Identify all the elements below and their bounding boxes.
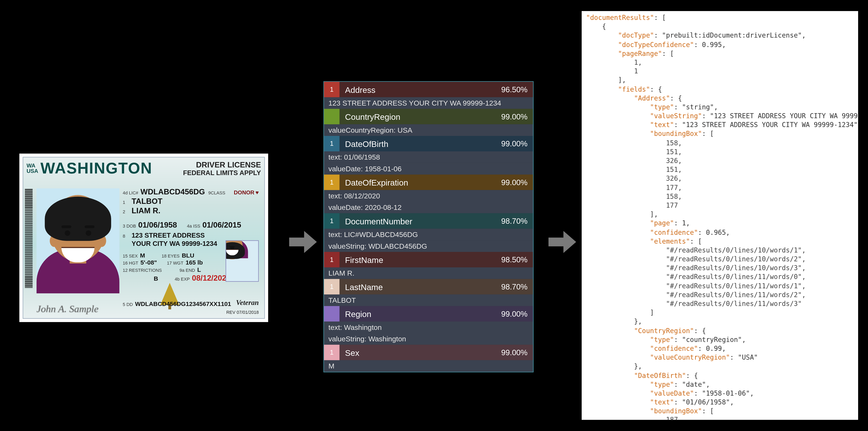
result-title: LastName xyxy=(339,282,501,292)
result-chip: 1 xyxy=(324,213,339,229)
endorsements: L xyxy=(197,266,201,273)
height: 5'-08" xyxy=(141,259,157,266)
avatar-icon xyxy=(36,188,119,293)
result-detail: LIAM R. xyxy=(324,267,533,279)
result-detail: valueCountryRegion: USA xyxy=(324,124,533,136)
barcode xyxy=(25,188,33,288)
result-detail: text: 08/12/2020 xyxy=(324,190,533,202)
result-confidence: 96.50% xyxy=(501,85,533,94)
dd-line: 5 DDWDLABCD456DG1234567XX1101 xyxy=(123,301,231,307)
revision-label: REV 07/01/2018 xyxy=(226,310,259,315)
dob: 01/06/1958 xyxy=(138,220,177,229)
state-abbrev: WA USA xyxy=(27,163,38,174)
donor-badge: DONOR♥ xyxy=(234,190,259,196)
veteran-label: Veteran xyxy=(236,298,259,307)
license-number: WDLABCD456DG xyxy=(141,187,205,196)
result-header[interactable]: CountryRegion99.00% xyxy=(324,109,533,124)
expiry: 08/12/2020 xyxy=(192,273,231,282)
result-header[interactable]: 1DateOfBirth99.00% xyxy=(324,136,533,152)
result-chip xyxy=(324,109,339,124)
eyes: BLU xyxy=(182,252,194,259)
result-detail: valueDate: 2020-08-12 xyxy=(324,202,533,213)
result-detail: valueString: Washington xyxy=(324,333,533,345)
license-photo xyxy=(36,188,119,293)
result-header[interactable]: 1LastName98.70% xyxy=(324,279,533,295)
arrow-right-icon xyxy=(546,225,579,259)
result-detail: 123 STREET ADDRESS YOUR CITY WA 99999-12… xyxy=(324,97,533,109)
issue-date: 01/06/2015 xyxy=(203,220,241,229)
arrow-right-icon xyxy=(286,225,319,259)
dl-title: DRIVER LICENSE xyxy=(183,160,261,169)
result-confidence: 99.00% xyxy=(501,178,533,187)
first-name: LIAM R. xyxy=(132,206,160,215)
result-header[interactable]: 1FirstName98.50% xyxy=(324,252,533,267)
result-chip: 1 xyxy=(324,82,339,97)
result-confidence: 99.00% xyxy=(501,139,533,148)
result-detail: valueString: WDLABCD456DG xyxy=(324,240,533,252)
ghost-photo xyxy=(225,240,259,281)
result-confidence: 99.00% xyxy=(501,112,533,121)
result-title: Address xyxy=(339,85,501,94)
restrictions: B xyxy=(154,275,158,282)
result-title: Region xyxy=(339,309,501,319)
result-title: DateOfExpiration xyxy=(339,177,501,187)
result-confidence: 99.00% xyxy=(501,348,533,357)
result-header[interactable]: 1DateOfExpiration99.00% xyxy=(324,174,533,190)
result-confidence: 98.70% xyxy=(501,282,533,291)
result-header[interactable]: 1Address96.50% xyxy=(324,82,533,97)
result-title: FirstName xyxy=(339,255,501,264)
address-line1: 123 STREET ADDRESS xyxy=(132,231,205,239)
result-detail: text: LIC#WDLABCD456DG xyxy=(324,229,533,240)
license-card: WA USA WASHINGTON DRIVER LICENSE FEDERAL… xyxy=(19,154,268,322)
result-detail: TALBOT xyxy=(324,295,533,306)
result-title: CountryRegion xyxy=(339,112,501,121)
result-header[interactable]: 1DocumentNumber98.70% xyxy=(324,213,533,229)
address-line2: YOUR CITY WA 99999-1234 xyxy=(132,240,217,247)
result-detail: M xyxy=(324,360,533,372)
result-header[interactable]: 1Sex99.00% xyxy=(324,345,533,360)
signature: John A. Sample xyxy=(36,303,98,315)
result-confidence: 99.00% xyxy=(501,309,533,318)
result-header[interactable]: Region99.00% xyxy=(324,306,533,322)
result-detail: text: 01/06/1958 xyxy=(324,152,533,163)
result-detail: valueDate: 1958-01-06 xyxy=(324,163,533,175)
result-title: Sex xyxy=(339,348,501,357)
result-confidence: 98.70% xyxy=(501,217,533,225)
last-name: TALBOT xyxy=(132,197,162,205)
result-detail: text: Washington xyxy=(324,322,533,333)
result-chip: 1 xyxy=(324,136,339,152)
result-confidence: 98.50% xyxy=(501,255,533,264)
sex: M xyxy=(140,252,145,259)
result-chip: 1 xyxy=(324,252,339,267)
json-panel: "documentResults": [ { "docType": "prebu… xyxy=(582,11,858,420)
result-chip: 1 xyxy=(324,345,339,360)
result-title: DocumentNumber xyxy=(339,216,501,226)
dl-subtitle: FEDERAL LIMITS APPLY xyxy=(183,169,261,177)
results-panel: 1Address96.50%123 STREET ADDRESS YOUR CI… xyxy=(323,81,534,372)
state-name: WASHINGTON xyxy=(40,160,152,177)
result-chip xyxy=(324,306,339,322)
weight: 165 lb xyxy=(186,259,203,266)
result-title: DateOfBirth xyxy=(339,139,501,148)
result-chip: 1 xyxy=(324,279,339,295)
result-chip: 1 xyxy=(324,174,339,190)
